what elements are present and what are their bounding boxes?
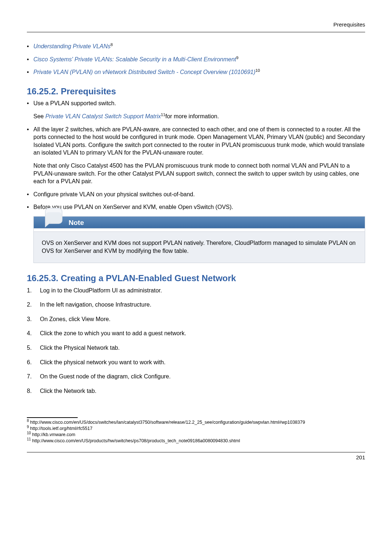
step-item: Click the Network tab. [27, 387, 365, 395]
footnote: 8 http://www.cisco.com/en/US/docs/switch… [27, 419, 365, 426]
reference-link-item: Private VLAN (PVLAN) on vNetwork Distrib… [27, 68, 365, 76]
step-item: On Zones, click View More. [27, 315, 365, 323]
running-header: Prerequisites [27, 21, 365, 28]
list-item: Configure private VLAN on your physical … [27, 190, 365, 198]
note-stripe [34, 228, 365, 232]
reference-link-item: Cisco Systems' Private VLANs: Scalable S… [27, 56, 365, 63]
step-item: In the left navigation, choose Infrastru… [27, 301, 365, 309]
note-icon-wrapper [42, 208, 66, 234]
steps-list: Log in to the CloudPlatform UI as admini… [27, 287, 365, 395]
step-item: Log in to the CloudPlatform UI as admini… [27, 287, 365, 295]
prerequisites-list: Use a PVLAN supported switch. See Privat… [27, 99, 365, 211]
footnote-ref: 10 [256, 68, 260, 73]
note-body: OVS on XenServer and KVM does not suppor… [34, 232, 365, 263]
footnote-ref: 9 [236, 56, 238, 60]
note-title: Note [69, 218, 84, 227]
speech-bubble-icon [45, 208, 62, 224]
body-text: Note that only Cisco Catalyst 4500 has t… [33, 162, 365, 185]
step-item: Click the physical network you want to w… [27, 358, 365, 366]
footnotes: 8 http://www.cisco.com/en/US/docs/switch… [27, 419, 365, 444]
body-text: All the layer 2 switches, which are PVLA… [33, 126, 365, 157]
reference-link-item: Understanding Private VLANs8 [27, 42, 365, 50]
note-header: Note [34, 217, 365, 228]
list-item: Use a PVLAN supported switch. See Privat… [27, 99, 365, 120]
reference-link[interactable]: Private VLAN Catalyst Switch Support Mat… [45, 113, 161, 119]
body-text: Use a PVLAN supported switch. [33, 99, 365, 107]
footnote: 10 http://kb.vmware.com [27, 432, 365, 438]
header-rule [27, 32, 365, 32]
reference-link[interactable]: Private VLAN (PVLAN) on vNetwork Distrib… [33, 69, 256, 75]
footnote-divider [27, 417, 78, 418]
footnote-ref: 8 [111, 42, 113, 47]
footnote: 11 http://www.cisco.com/en/US/products/h… [27, 438, 365, 444]
reference-link[interactable]: Cisco Systems' Private VLANs: Scalable S… [33, 56, 236, 62]
section-heading-creating-network: 16.25.3. Creating a PVLAN-Enabled Guest … [27, 272, 365, 284]
body-text: See Private VLAN Catalyst Switch Support… [33, 112, 365, 120]
step-item: Click the Physical Network tab. [27, 344, 365, 352]
page-number: 201 [27, 454, 365, 461]
step-item: Click the zone to which you want to add … [27, 329, 365, 337]
list-item: Before you use PVLAN on XenServer and KV… [27, 203, 365, 211]
reference-link[interactable]: Understanding Private VLANs [33, 43, 111, 49]
note-callout: Note OVS on XenServer and KVM does not s… [33, 216, 365, 263]
footer-rule [27, 452, 365, 452]
list-item: All the layer 2 switches, which are PVLA… [27, 126, 365, 185]
footnote-ref: 11 [161, 112, 165, 117]
footnote: 9 http://tools.ietf.org/html/rfc5517 [27, 426, 365, 432]
section-heading-prerequisites: 16.25.2. Prerequisites [27, 86, 365, 97]
reference-link-list: Understanding Private VLANs8 Cisco Syste… [27, 42, 365, 76]
step-item: On the Guest node of the diagram, click … [27, 373, 365, 381]
body-text: Configure private VLAN on your physical … [33, 191, 195, 197]
